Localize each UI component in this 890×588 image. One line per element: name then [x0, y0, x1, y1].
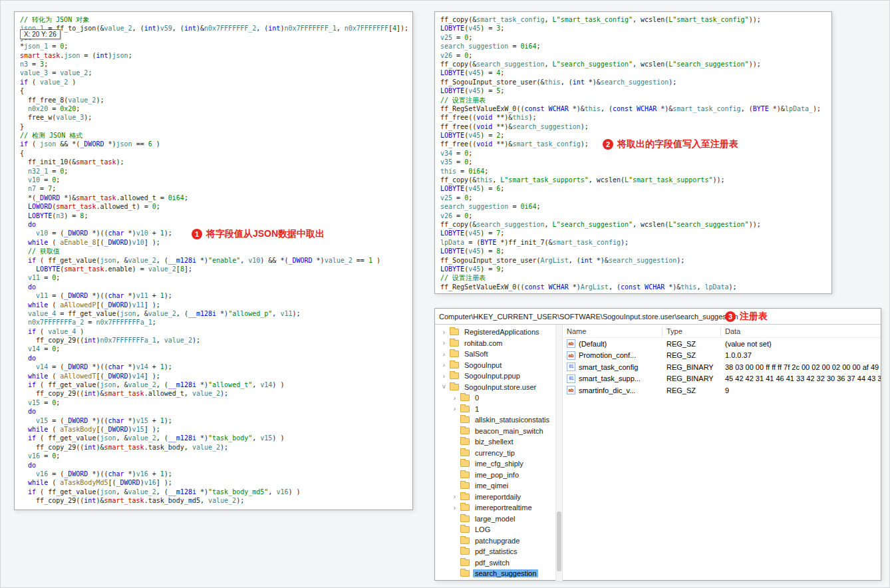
registry-tree-item[interactable]: ›rohitab.com — [435, 338, 562, 349]
chevron-right-icon[interactable]: › — [451, 493, 458, 500]
code-line: LOWORD(smart_task.allowed_t) = 0; — [20, 202, 407, 211]
registry-key-label: SogouInput.ppup — [462, 372, 522, 380]
folder-icon — [460, 482, 470, 489]
value-name: (Default) — [579, 340, 607, 348]
registry-tree-item[interactable]: ›RegisteredApplications — [435, 327, 562, 338]
analysis-screenshot-canvas: // 转化为 JSON 对象json_1 = ff_to_json(&value… — [0, 0, 890, 588]
chevron-right-icon[interactable]: › — [440, 329, 448, 336]
column-header-name[interactable]: Name — [563, 326, 663, 337]
folder-icon — [460, 537, 470, 544]
folder-icon — [460, 526, 470, 533]
code-line: LOBYTE(smart_task.enable) = value_2[8]; — [20, 265, 407, 273]
registry-tree-items: ›RegisteredApplications›rohitab.com›SalS… — [435, 327, 562, 579]
value-type: REG_SZ — [663, 351, 721, 359]
code-line: LOBYTE(v45) = 4; — [440, 69, 826, 77]
registry-tree-item[interactable]: ime_qimei — [435, 480, 562, 492]
registry-key-label: pdf_switch — [473, 559, 512, 567]
code-line: if ( json && *(_DWORD *)json == 6 ) — [20, 140, 407, 148]
registry-tree-item[interactable]: currency_tip — [435, 448, 562, 459]
value-data: 45 42 42 31 41 46 41 33 42 32 30 36 37 4… — [721, 374, 881, 382]
registry-value-row[interactable]: 01smart_task_supp...REG_BINARY45 42 42 3… — [563, 373, 881, 385]
tree-scrollbar[interactable] — [555, 325, 562, 581]
registry-tree-item[interactable]: search_suggestion — [435, 568, 562, 579]
column-header-data[interactable]: Data — [721, 326, 881, 337]
code-line: if ( ff_get_value(json, &value_2, (__m12… — [20, 488, 407, 496]
value-data: 9 — [721, 386, 881, 394]
registry-key-label: beacon_main_switch — [473, 427, 545, 435]
reg-sz-icon: ab — [567, 386, 575, 394]
registry-address-input[interactable] — [435, 313, 881, 321]
chevron-right-icon[interactable]: › — [440, 351, 448, 358]
column-header-type[interactable]: Type — [663, 326, 721, 337]
code-line: if ( ff_get_value(json, &value_2, (__m12… — [20, 434, 407, 442]
value-type: REG_SZ — [663, 340, 721, 348]
registry-tree-item[interactable]: large_model — [435, 514, 562, 525]
code-line: LOBYTE(n3) = 8; — [20, 212, 407, 220]
registry-key-label: 1 — [473, 405, 481, 413]
reg-binary-icon: 01 — [567, 363, 575, 371]
registry-value-row[interactable]: ab(Default)REG_SZ(value not set) — [563, 338, 881, 350]
chevron-down-icon[interactable]: ˅ — [440, 383, 448, 390]
folder-icon — [460, 438, 470, 445]
code-line: value_4 = ff_get_value(json, &value_2, (… — [20, 309, 407, 318]
code-line: v26 = 0; — [440, 212, 826, 220]
registry-tree-item[interactable]: LOG — [435, 524, 562, 535]
chevron-right-icon[interactable]: › — [440, 372, 448, 380]
registry-key-label: large_model — [473, 515, 518, 523]
registry-value-row[interactable]: abPromotion_conf...REG_SZ1.0.0.37 — [563, 350, 881, 362]
registry-tree-item[interactable]: biz_shellext — [435, 436, 562, 448]
registry-key-label: RegisteredApplications — [462, 328, 541, 336]
chevron-right-icon[interactable]: › — [451, 504, 458, 512]
registry-tree-item[interactable]: ›SogouInput.ppup — [435, 370, 562, 382]
code-line: while ( aAllowedP[(_DWORD)v11] ); — [20, 301, 407, 309]
reg-binary-icon: 01 — [567, 374, 575, 383]
code-line: n0x20 = 0x20; — [20, 104, 407, 113]
registry-value-row[interactable]: 01smart_task_configREG_BINARY38 03 00 00… — [563, 361, 881, 373]
folder-icon — [460, 472, 470, 478]
value-type: REG_BINARY — [663, 363, 721, 371]
tree-scrollbar-thumb[interactable] — [557, 512, 561, 571]
code-line: v35 = 0; — [440, 158, 826, 166]
code-line: value_3 = value_2; — [20, 69, 407, 77]
code-line: LOBYTE(v45) = 2; — [440, 131, 826, 140]
code-line: LOBYTE(v45) = 3; — [440, 24, 826, 33]
registry-tree-item[interactable]: ›0 — [435, 392, 562, 404]
registry-tree-item[interactable]: ˅SogouInput.store.user — [435, 382, 562, 393]
folder-icon — [460, 515, 470, 522]
registry-key-label: SalSoft — [462, 350, 490, 358]
folder-icon — [450, 372, 459, 379]
code-line: n0x7FFFFFFFa_2 = n0x7FFFFFFFa_1; — [20, 318, 407, 327]
registry-tree-item[interactable]: ›imereportrealtime — [435, 502, 562, 514]
registry-tree-item[interactable]: pdf_statistics — [435, 546, 562, 557]
registry-tree-item[interactable]: ›SalSoft — [435, 349, 562, 360]
registry-tree-item[interactable]: allskin_statusiconstatis — [435, 414, 562, 426]
folder-icon — [460, 416, 470, 423]
value-name: smart_task_supp... — [579, 374, 641, 382]
chevron-right-icon[interactable]: › — [451, 394, 458, 402]
registry-tree-item[interactable]: beacon_main_switch — [435, 426, 562, 437]
registry-tree-item[interactable]: ›1 — [435, 404, 562, 415]
registry-tree-item[interactable]: patchupgrade — [435, 535, 562, 547]
registry-value-row[interactable]: absmartinfo_dic_v...REG_SZ9 — [563, 384, 881, 396]
code-line: do — [20, 283, 407, 291]
values-header-row: Name Type Data — [563, 325, 881, 338]
registry-tree-item[interactable]: ime_cfg_shiply — [435, 458, 562, 470]
value-name: smartinfo_dic_v... — [579, 386, 635, 394]
folder-icon — [460, 406, 470, 412]
chevron-right-icon[interactable]: › — [451, 405, 458, 412]
chevron-right-icon[interactable]: › — [440, 339, 448, 347]
folder-icon — [450, 340, 459, 347]
chevron-right-icon[interactable]: › — [440, 361, 448, 368]
code-line: while ( aTaskBodyMd5[(_DWORD)v16] ); — [20, 478, 407, 487]
registry-tree-item[interactable]: ime_pop_info — [435, 470, 562, 481]
folder-icon — [460, 428, 470, 434]
code-line: v15 = 0; — [20, 398, 407, 407]
registry-key-tree: ›RegisteredApplications›rohitab.com›SalS… — [435, 325, 563, 581]
code-line: if ( ff_get_value(json, &value_2, (__m12… — [20, 380, 407, 389]
registry-tree-item[interactable]: ›imereportdaily — [435, 492, 562, 503]
pseudocode-listing-right: ff_copy(&smart_task_config, L"smart_task… — [435, 12, 831, 293]
registry-tree-item[interactable]: pdf_switch — [435, 557, 562, 569]
registry-value-rows: ab(Default)REG_SZ(value not set)abPromot… — [563, 338, 881, 396]
registry-tree-item[interactable]: ›SogouInput — [435, 360, 562, 371]
code-line: v15 = (_DWORD *)((char *)v15 + 1); — [20, 416, 407, 425]
